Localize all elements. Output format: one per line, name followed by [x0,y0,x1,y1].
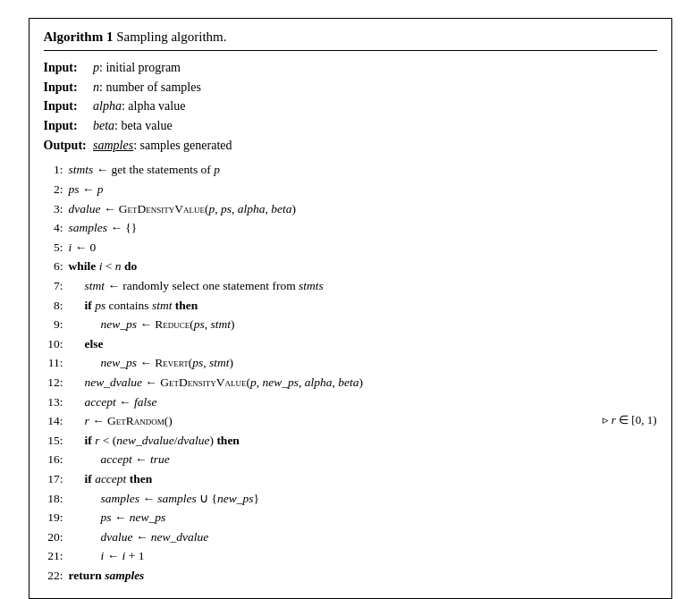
step-9: 9: new_ps ← Reduce(ps, stmt) [44,315,657,334]
step-content-2: ps ← p [69,180,657,199]
step-content-3: dvalue ← GetDensityValue(p, ps, alpha, b… [69,199,657,219]
algorithm-box: Algorithm 1 Sampling algorithm. Input: p… [29,18,672,599]
step-8: 8: if ps contains stmt then [44,296,657,316]
step-content-16: accept ← true [69,450,657,469]
step-num-10: 10: [44,334,69,354]
step-content-4: samples ← {} [69,218,657,238]
step-15: 15: if r < (new_dvalue/dvalue) then [44,431,657,451]
title-bold: Algorithm 1 [44,30,114,44]
step-14: 14: r ← GetRandom() ▹ r ∈ [0, 1) [44,411,657,431]
input-p-content: p: initial program [90,58,181,78]
input-alpha-content: alpha: alpha value [90,97,186,116]
input-n-line: Input: n: number of samples [44,78,657,97]
step-num-6: 6: [44,257,69,276]
step-content-12: new_dvalue ← GetDensityValue(p, new_ps, … [69,373,657,392]
step-content-8: if ps contains stmt then [69,296,657,316]
input-p-line: Input: p: initial program [44,58,657,78]
step-22: 22: return samples [44,566,657,586]
step-content-17: if accept then [69,469,657,489]
step-content-14: r ← GetRandom() [69,411,657,431]
input-label-beta: Input: [44,116,90,136]
step-13: 13: accept ← false [44,392,657,412]
step-num-16: 16: [44,450,69,469]
step-num-15: 15: [44,431,69,451]
step-content-18: samples ← samples ∪ {new_ps} [69,489,657,509]
step-num-13: 13: [44,392,69,412]
step-num-8: 8: [44,296,69,316]
step-num-12: 12: [44,373,69,392]
step-content-15: if r < (new_dvalue/dvalue) then [69,431,657,451]
step-num-9: 9: [44,315,69,334]
algorithm-title: Algorithm 1 Sampling algorithm. [44,30,657,51]
step-4: 4: samples ← {} [44,218,657,238]
step-comment-14: ▹ r ∈ [0, 1) [603,411,657,430]
step-18: 18: samples ← samples ∪ {new_ps} [44,489,657,509]
input-n-content: n: number of samples [90,78,201,97]
input-beta-line: Input: beta: beta value [44,116,657,136]
step-content-9: new_ps ← Reduce(ps, stmt) [69,315,657,334]
input-alpha-line: Input: alpha: alpha value [44,97,657,116]
step-num-19: 19: [44,508,69,527]
step-content-1: stmts ← get the statements of p [69,160,657,180]
step-6: 6: while i < n do [44,257,657,276]
step-content-7: stmt ← randomly select one statement fro… [69,276,657,296]
step-20: 20: dvalue ← new_dvalue [44,527,657,547]
step-num-1: 1: [44,160,69,180]
output-content: samples: samples generated [90,136,232,156]
step-num-20: 20: [44,527,69,547]
step-content-20: dvalue ← new_dvalue [69,527,657,547]
io-section: Input: p: initial program Input: n: numb… [44,58,657,155]
step-12: 12: new_dvalue ← GetDensityValue(p, new_… [44,373,657,392]
input-label-alpha: Input: [44,97,90,116]
step-content-13: accept ← false [69,392,657,412]
step-content-22: return samples [69,566,657,586]
step-num-11: 11: [44,353,69,373]
input-label-n: Input: [44,78,90,97]
steps-section: 1: stmts ← get the statements of p 2: ps… [44,160,657,585]
step-num-7: 7: [44,276,69,296]
input-beta-content: beta: beta value [90,116,173,136]
step-content-21: i ← i + 1 [69,546,657,566]
step-num-22: 22: [44,566,69,586]
step-content-19: ps ← new_ps [69,508,657,527]
step-num-17: 17: [44,469,69,489]
step-21: 21: i ← i + 1 [44,546,657,566]
input-label-p: Input: [44,58,90,78]
step-num-14: 14: [44,411,69,431]
step-16: 16: accept ← true [44,450,657,469]
step-num-2: 2: [44,180,69,199]
step-11: 11: new_ps ← Revert(ps, stmt) [44,353,657,373]
step-num-4: 4: [44,218,69,238]
step-3: 3: dvalue ← GetDensityValue(p, ps, alpha… [44,199,657,219]
step-5: 5: i ← 0 [44,238,657,257]
step-2: 2: ps ← p [44,180,657,199]
step-content-11: new_ps ← Revert(ps, stmt) [69,353,657,373]
step-content-5: i ← 0 [69,238,657,257]
step-num-18: 18: [44,489,69,509]
step-10: 10: else [44,334,657,354]
step-num-5: 5: [44,238,69,257]
step-num-3: 3: [44,199,69,219]
output-line: Output: samples: samples generated [44,136,657,156]
step-7: 7: stmt ← randomly select one statement … [44,276,657,296]
step-1: 1: stmts ← get the statements of p [44,160,657,180]
title-normal: Sampling algorithm. [116,30,226,44]
step-content-6: while i < n do [69,257,657,276]
step-19: 19: ps ← new_ps [44,508,657,527]
step-num-21: 21: [44,546,69,566]
step-17: 17: if accept then [44,469,657,489]
step-content-10: else [69,334,657,354]
output-label: Output: [44,136,90,156]
